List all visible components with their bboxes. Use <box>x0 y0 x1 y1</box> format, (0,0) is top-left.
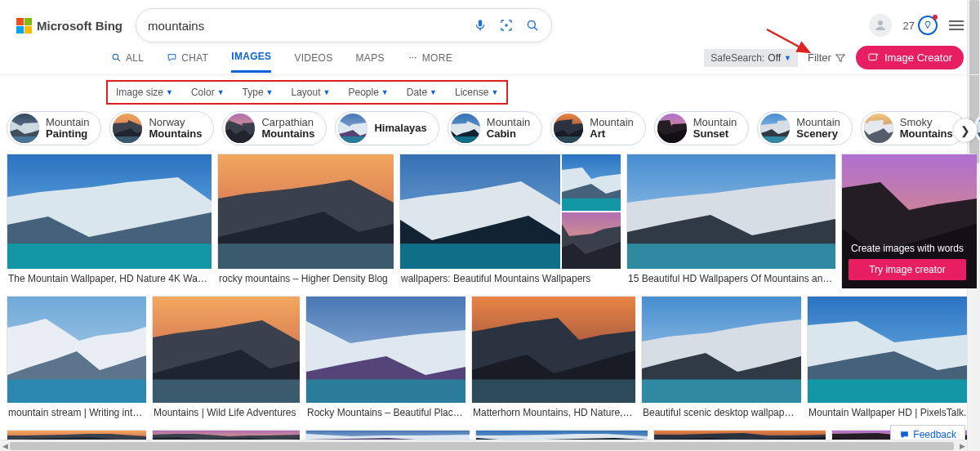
filter-type[interactable]: Type▼ <box>243 87 274 98</box>
result-caption: Matterhorn Mountains, HD Nature, 4k Wall… <box>471 402 635 423</box>
svg-line-5 <box>534 27 537 30</box>
svg-rect-21 <box>451 136 480 143</box>
menu-icon[interactable] <box>949 18 964 33</box>
result-image <box>626 154 835 268</box>
scope-images[interactable]: IMAGES <box>231 51 271 73</box>
chip-thumb <box>864 114 893 143</box>
chip-thumb <box>225 114 255 143</box>
svg-rect-49 <box>306 379 466 403</box>
svg-point-7 <box>113 54 118 60</box>
result-tile[interactable]: Beautiful scenic desktop wallpapers! - H… <box>641 296 800 423</box>
result-image <box>305 296 465 402</box>
chip-mountains[interactable]: NorwayMountains <box>109 111 214 145</box>
result-image <box>7 296 145 402</box>
voice-search-icon[interactable] <box>473 18 488 33</box>
result-image <box>471 296 635 402</box>
svg-point-3 <box>505 24 507 26</box>
caret-down-icon: ▼ <box>323 88 331 96</box>
result-tile[interactable]: 15 Beautiful HD Wallpapers Of Mountains … <box>626 154 835 289</box>
search-icon[interactable] <box>525 18 540 33</box>
image-creator-promo[interactable]: Create images with wordsTry image creato… <box>841 154 973 288</box>
filter-bar: Image size▼Color▼Type▼Layout▼People▼Date… <box>106 80 508 105</box>
svg-rect-12 <box>869 54 876 60</box>
result-image <box>152 296 299 402</box>
svg-point-10 <box>412 57 413 59</box>
brand-text: Microsoft Bing <box>37 19 122 33</box>
rewards-count: 27 <box>903 20 915 32</box>
svg-rect-45 <box>7 379 146 403</box>
result-caption: wallpapers: Beautiful Mountains Wallpape… <box>399 268 620 289</box>
svg-rect-36 <box>400 243 560 269</box>
result-tile[interactable]: Matterhorn Mountains, HD Nature, 4k Wall… <box>471 296 635 423</box>
search-input[interactable] <box>148 19 473 33</box>
chip-sunset[interactable]: MountainSunset <box>654 111 749 145</box>
safesearch-label: SafeSearch: <box>710 52 764 64</box>
chip-thumb <box>10 114 39 143</box>
related-chips: MountainPaintingNorwayMountainsCarpathia… <box>0 109 980 154</box>
chip-art[interactable]: MountainArt <box>550 111 645 145</box>
rewards[interactable]: 27 <box>903 16 938 35</box>
svg-rect-27 <box>760 136 790 143</box>
image-creator-button[interactable]: Image Creator <box>856 46 964 69</box>
chips-next-button[interactable]: ❯ <box>954 119 977 142</box>
chip-thumb <box>554 114 583 143</box>
result-caption: The Mountain Wallpaper, HD Nature 4K Wal… <box>7 268 211 289</box>
filter-layout[interactable]: Layout▼ <box>292 87 331 98</box>
filter-date[interactable]: Date▼ <box>407 87 437 98</box>
account-icon[interactable] <box>869 14 892 37</box>
result-tile[interactable]: mountain stream | Writing into the L… <box>7 296 145 423</box>
header: Microsoft Bing 27 <box>0 0 980 42</box>
scope-chat[interactable]: CHAT <box>167 52 208 72</box>
filter-button[interactable]: Filter <box>808 51 846 64</box>
result-caption: mountain stream | Writing into the L… <box>7 402 145 423</box>
svg-point-6 <box>878 20 883 25</box>
result-tile[interactable]: rocky mountains – Higher Density Blog <box>217 154 393 289</box>
result-tile[interactable]: Rocky Mountains – Beautiful Places I… <box>305 296 465 423</box>
svg-rect-34 <box>218 243 394 269</box>
chip-cabin[interactable]: MountainCabin <box>448 111 542 145</box>
filter-people[interactable]: People▼ <box>348 87 388 98</box>
chip-scenery[interactable]: MountainScenery <box>757 111 852 145</box>
caret-down-icon: ▼ <box>491 88 498 96</box>
results: The Mountain Wallpaper, HD Nature 4K Wal… <box>0 154 980 443</box>
scope-videos[interactable]: VIDEOS <box>294 52 332 72</box>
result-caption: Rocky Mountains – Beautiful Places I… <box>305 402 465 423</box>
filter-image-size[interactable]: Image size▼ <box>116 87 173 98</box>
result-tile[interactable]: Mountains | Wild Life Adventures <box>152 296 299 423</box>
rewards-icon <box>918 16 938 35</box>
filter-license[interactable]: License▼ <box>455 87 498 98</box>
result-caption: Mountains | Wild Life Adventures <box>152 402 299 423</box>
scope-all[interactable]: ALL <box>111 52 144 72</box>
feedback-icon <box>899 430 910 440</box>
scope-tabs: ALLCHATIMAGESVIDEOSMAPSMORE SafeSearch: … <box>0 42 980 75</box>
filter-color[interactable]: Color▼ <box>191 87 225 98</box>
search-box[interactable] <box>136 8 552 42</box>
scope-more[interactable]: MORE <box>408 52 452 72</box>
result-tile[interactable]: wallpapers: Beautiful Mountains Wallpape… <box>399 154 620 289</box>
horizontal-scrollbar[interactable]: ◀▶ <box>0 440 967 449</box>
result-caption: Beautiful scenic desktop wallpapers! - H… <box>641 402 800 423</box>
filter-icon <box>835 52 846 64</box>
result-tile[interactable]: Mountain Wallpaper HD | PixelsTalk.Net <box>807 296 980 423</box>
chip-thumb <box>760 114 790 143</box>
caret-down-icon: ▼ <box>217 88 225 96</box>
try-image-creator-button[interactable]: Try image creator <box>849 259 966 280</box>
svg-rect-55 <box>808 379 980 403</box>
svg-rect-47 <box>153 379 300 403</box>
result-tile[interactable]: The Mountain Wallpaper, HD Nature 4K Wal… <box>7 154 211 289</box>
result-caption: Mountain Wallpaper HD | PixelsTalk.Net <box>807 402 980 423</box>
chip-mountains[interactable]: SmokyMountains <box>861 111 965 145</box>
chip-himalayas[interactable]: Himalayas <box>335 111 439 145</box>
safesearch-dropdown[interactable]: SafeSearch: Off ▼ <box>704 49 798 67</box>
scope-maps[interactable]: MAPS <box>356 52 385 72</box>
svg-point-9 <box>409 57 411 59</box>
svg-rect-41 <box>627 243 835 269</box>
brand[interactable]: Microsoft Bing <box>16 18 122 33</box>
chip-painting[interactable]: MountainPainting <box>7 111 101 145</box>
chip-mountains[interactable]: CarpathianMountains <box>222 111 327 145</box>
svg-rect-16 <box>113 136 142 143</box>
caret-down-icon: ▼ <box>784 54 791 62</box>
visual-search-icon[interactable] <box>499 18 514 33</box>
svg-rect-38 <box>562 199 621 211</box>
result-image <box>399 154 620 268</box>
